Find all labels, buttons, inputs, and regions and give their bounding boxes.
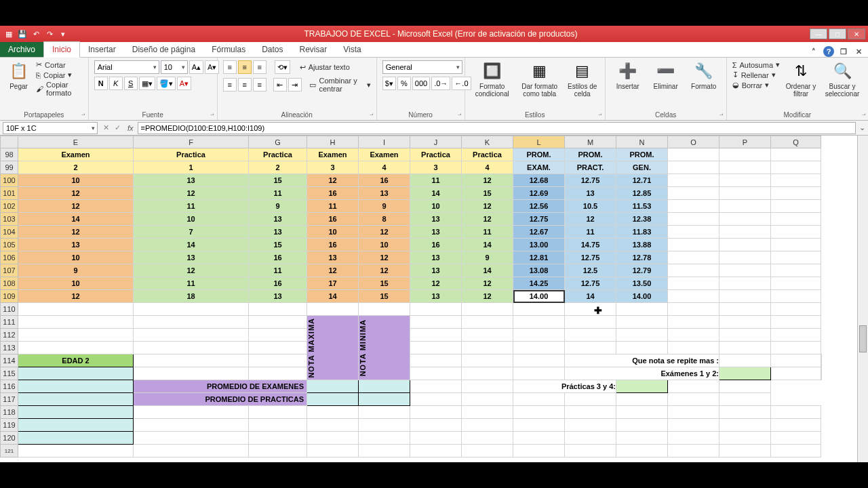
cell-E103[interactable]: 14 (18, 213, 134, 226)
cell[interactable]: Examen (307, 148, 359, 161)
col-header-O[interactable]: O (668, 136, 719, 148)
fill-color-button[interactable]: 🪣▾ (157, 77, 176, 90)
copy-button[interactable]: ⎘Copiar ▾ (36, 70, 83, 79)
font-name-select[interactable]: Arial (94, 60, 159, 74)
increase-indent-button[interactable]: ⇥ (288, 78, 302, 92)
row-header-111[interactable]: 111 (1, 316, 18, 329)
cell-Q108[interactable] (771, 277, 821, 290)
row-header-108[interactable]: 108 (1, 277, 18, 290)
cell-L106[interactable]: 12.81 (513, 251, 565, 264)
cell-P106[interactable] (719, 251, 771, 264)
practicas34-value[interactable] (616, 380, 668, 393)
cell[interactable] (668, 148, 719, 161)
align-bottom-button[interactable]: ≡ (253, 60, 267, 74)
qat-customize-icon[interactable]: ▾ (57, 28, 69, 40)
cell[interactable] (719, 148, 771, 161)
cell-L104[interactable]: 12.67 (513, 226, 565, 239)
cell-H104[interactable]: 10 (307, 226, 359, 239)
cell-F101[interactable]: 12 (134, 187, 249, 200)
cell-O100[interactable] (668, 174, 719, 187)
currency-button[interactable]: $▾ (382, 77, 396, 90)
cell-O104[interactable] (668, 226, 719, 239)
cell-E107[interactable]: 9 (18, 264, 134, 277)
promedio-practicas-label[interactable]: PROMEDIO DE PRACTICAS (134, 393, 307, 406)
cell-J103[interactable]: 13 (410, 213, 462, 226)
col-header-I[interactable]: I (359, 136, 410, 148)
cell-H107[interactable]: 12 (307, 264, 359, 277)
cell-J100[interactable]: 11 (410, 174, 462, 187)
row-header-101[interactable]: 101 (1, 187, 18, 200)
cell-O106[interactable] (668, 251, 719, 264)
cell-J106[interactable]: 13 (410, 251, 462, 264)
cell-N108[interactable]: 13.50 (616, 277, 668, 290)
cell-N109[interactable]: 14.00 (616, 290, 668, 303)
cell-J104[interactable]: 13 (410, 226, 462, 239)
cell[interactable]: 4 (462, 161, 513, 174)
col-header-L[interactable]: L (513, 136, 565, 148)
align-right-button[interactable]: ≡ (253, 78, 267, 92)
close-button[interactable]: ✕ (848, 28, 865, 39)
cell[interactable]: Practica (462, 148, 513, 161)
cell-K109[interactable]: 12 (462, 290, 513, 303)
wrap-text-button[interactable]: ↩Ajustar texto (300, 63, 350, 72)
cell[interactable] (668, 161, 719, 174)
cell-O105[interactable] (668, 239, 719, 251)
cell-N107[interactable]: 12.79 (616, 264, 668, 277)
cell-K107[interactable]: 14 (462, 264, 513, 277)
help-icon[interactable]: ? (823, 46, 834, 57)
examenes12-value[interactable] (719, 367, 771, 380)
col-header-M[interactable]: M (565, 136, 616, 148)
cell-K102[interactable]: 12 (462, 200, 513, 213)
cell-J109[interactable]: 13 (410, 290, 462, 303)
cell-F109[interactable]: 18 (134, 290, 249, 303)
cut-button[interactable]: ✂Cortar (36, 60, 83, 69)
cell-K105[interactable]: 14 (462, 239, 513, 251)
cell-H106[interactable]: 13 (307, 251, 359, 264)
cell-N106[interactable]: 12.78 (616, 251, 668, 264)
cell-G107[interactable]: 11 (249, 264, 307, 277)
cell-M108[interactable]: 12.75 (565, 277, 616, 290)
cell-F102[interactable]: 11 (134, 200, 249, 213)
merge-center-button[interactable]: ▭Combinar y centrar ▾ (309, 77, 370, 93)
col-header-G[interactable]: G (249, 136, 307, 148)
cell[interactable]: Practica (249, 148, 307, 161)
row-header-110[interactable]: 110 (1, 303, 18, 316)
cell-J102[interactable]: 10 (410, 200, 462, 213)
align-top-button[interactable]: ≡ (223, 60, 237, 74)
cell-I102[interactable]: 9 (359, 200, 410, 213)
align-left-button[interactable]: ≡ (223, 78, 237, 92)
cell[interactable]: GEN. (616, 161, 668, 174)
cell[interactable]: Examen (18, 148, 134, 161)
col-header-E[interactable]: E (18, 136, 134, 148)
spreadsheet-grid[interactable]: EFGHIJKLMNOPQ98ExamenPracticaPracticaExa… (0, 136, 857, 462)
cell-H108[interactable]: 17 (307, 277, 359, 290)
cell-I101[interactable]: 13 (359, 187, 410, 200)
edad2-label[interactable]: EDAD 2 (18, 354, 134, 367)
percent-button[interactable]: % (397, 77, 411, 90)
format-cells-button[interactable]: 🔧Formato (687, 60, 721, 91)
cell-E101[interactable]: 12 (18, 187, 134, 200)
cell[interactable]: 3 (307, 161, 359, 174)
cell-G106[interactable]: 16 (249, 251, 307, 264)
clear-button[interactable]: ◒Borrar ▾ (732, 81, 780, 89)
cell-L101[interactable]: 12.69 (513, 187, 565, 200)
accept-formula-icon[interactable]: ✓ (112, 123, 123, 132)
cell-P109[interactable] (719, 290, 771, 303)
autosum-button[interactable]: ΣAutosuma ▾ (732, 60, 780, 69)
cell-L100[interactable]: 12.68 (513, 174, 565, 187)
cell-P100[interactable] (719, 174, 771, 187)
cell-F106[interactable]: 13 (134, 251, 249, 264)
align-middle-button[interactable]: ≡ (238, 60, 252, 74)
comma-button[interactable]: 000 (412, 77, 430, 90)
cell[interactable]: 3 (410, 161, 462, 174)
cell-G108[interactable]: 16 (249, 277, 307, 290)
cell-Q105[interactable] (771, 239, 821, 251)
cell-I103[interactable]: 8 (359, 213, 410, 226)
row-header-103[interactable]: 103 (1, 213, 18, 226)
col-header-H[interactable]: H (307, 136, 359, 148)
delete-cells-button[interactable]: ➖Eliminar (649, 60, 683, 91)
tab-insertar[interactable]: Insertar (80, 42, 124, 57)
cell-K100[interactable]: 12 (462, 174, 513, 187)
row-header-105[interactable]: 105 (1, 239, 18, 251)
conditional-format-button[interactable]: 🔲Formato condicional (471, 60, 514, 98)
